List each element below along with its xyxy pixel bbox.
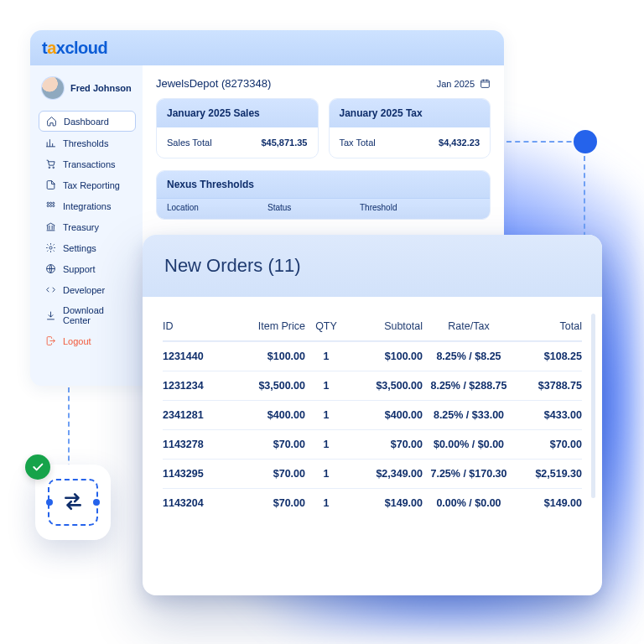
sync-frame xyxy=(48,479,98,526)
cell-rate: 8.25% / $288.75 xyxy=(423,380,515,392)
sidebar-item-thresholds[interactable]: Thresholds xyxy=(39,133,136,153)
download-icon xyxy=(45,310,56,321)
table-row[interactable]: 1231234$3,500.001$3,500.008.25% / $288.7… xyxy=(163,371,582,400)
card-title: January 2025 Tax xyxy=(330,99,491,127)
cell-sub: $3,500.00 xyxy=(347,380,423,392)
cart-icon xyxy=(45,158,56,169)
user-profile[interactable]: Fred Johnson xyxy=(42,77,136,99)
nexus-title: Nexus Thresholds xyxy=(157,171,490,198)
cell-id: 1231234 xyxy=(163,380,230,392)
svg-point-0 xyxy=(49,167,50,169)
svg-point-8 xyxy=(49,247,52,249)
cell-price: $70.00 xyxy=(230,439,305,450)
orders-title: New Orders (11) xyxy=(143,235,602,297)
col-threshold: Threshold xyxy=(360,203,480,212)
cell-sub: $149.00 xyxy=(347,497,423,509)
cell-qty: 1 xyxy=(305,468,347,480)
sidebar-item-settings[interactable]: Settings xyxy=(39,238,136,257)
col-price: Item Price xyxy=(230,320,305,332)
cell-rate: 0.00% / $0.00 xyxy=(423,497,515,509)
sidebar: Fred Johnson DashboardThresholdsTransact… xyxy=(30,65,143,386)
col-id: ID xyxy=(163,320,230,332)
logout-icon xyxy=(45,335,56,346)
globe-icon xyxy=(45,263,56,274)
sidebar-item-label: Logout xyxy=(63,336,91,346)
sidebar-item-treasury[interactable]: Treasury xyxy=(39,217,136,236)
brand-logo: taxcloud xyxy=(42,39,107,58)
sidebar-item-label: Developer xyxy=(63,285,105,295)
table-row[interactable]: 2341281$400.001$400.008.25% / $33.00$433… xyxy=(163,400,582,429)
cell-id: 2341281 xyxy=(163,409,230,421)
calendar-icon xyxy=(480,78,491,89)
chart-icon xyxy=(45,138,56,148)
gear-icon xyxy=(45,242,56,253)
sidebar-item-download-center[interactable]: Download Center xyxy=(39,301,136,330)
check-icon xyxy=(31,460,44,474)
svg-rect-10 xyxy=(481,80,490,88)
table-row[interactable]: 1143204$70.001$149.000.00% / $0.00$149.0… xyxy=(163,488,582,517)
sales-card: January 2025 Sales Sales Total $45,871.3… xyxy=(156,98,319,158)
cell-id: 1143295 xyxy=(163,468,230,480)
merchant-title: JewelsDepot (8273348) xyxy=(156,77,271,90)
sidebar-item-developer[interactable]: Developer xyxy=(39,280,136,299)
dot xyxy=(46,499,53,506)
table-row[interactable]: 1231440$100.001$100.008.25% / $8.25$108.… xyxy=(163,341,582,371)
table-row[interactable]: 1143278$70.001$70.00$0.00% / $0.00$70.00 xyxy=(163,429,582,459)
cell-sub: $400.00 xyxy=(347,409,423,421)
col-location: Location xyxy=(167,203,267,212)
sidebar-item-support[interactable]: Support xyxy=(39,259,136,278)
avatar xyxy=(42,77,64,99)
cell-sub: $2,349.00 xyxy=(347,468,423,480)
scrollbar[interactable] xyxy=(591,314,595,498)
cell-qty: 1 xyxy=(305,439,347,450)
cell-price: $400.00 xyxy=(230,409,305,421)
sidebar-item-label: Integrations xyxy=(63,201,111,211)
cell-total: $2,519.30 xyxy=(515,468,582,480)
sidebar-item-transactions[interactable]: Transactions xyxy=(39,154,136,174)
cell-total: $70.00 xyxy=(515,439,582,450)
sidebar-item-label: Support xyxy=(63,264,96,274)
period-picker[interactable]: Jan 2025 xyxy=(437,78,491,89)
cell-price: $70.00 xyxy=(230,468,305,480)
sync-badge xyxy=(35,465,111,540)
col-sub: Subtotal xyxy=(347,320,423,332)
tax-card: January 2025 Tax Tax Total $4,432.23 xyxy=(329,98,491,158)
svg-point-7 xyxy=(53,205,55,206)
card-title: January 2025 Sales xyxy=(157,99,318,127)
sidebar-item-label: Tax Reporting xyxy=(63,180,120,190)
cell-qty: 1 xyxy=(305,351,347,362)
table-row[interactable]: 1143295$70.001$2,349.007.25% / $170.30$2… xyxy=(163,459,582,488)
orders-header-row: ID Item Price QTY Subtotal Rate/Tax Tota… xyxy=(163,312,582,341)
orders-panel: New Orders (11) ID Item Price QTY Subtot… xyxy=(143,235,602,595)
card-label: Sales Total xyxy=(167,138,212,148)
svg-point-5 xyxy=(47,205,49,206)
cell-total: $108.25 xyxy=(515,351,582,362)
dashboard-header: taxcloud xyxy=(30,30,504,65)
col-status: Status xyxy=(267,203,360,212)
svg-point-1 xyxy=(53,167,55,169)
cell-rate: 8.25% / $8.25 xyxy=(423,351,515,362)
cell-sub: $100.00 xyxy=(347,351,423,362)
sidebar-item-label: Settings xyxy=(63,243,96,253)
sidebar-item-logout[interactable]: Logout xyxy=(39,331,136,351)
sidebar-item-tax-reporting[interactable]: Tax Reporting xyxy=(39,175,136,195)
dot xyxy=(93,499,100,506)
col-rate: Rate/Tax xyxy=(423,320,515,332)
grid-icon xyxy=(45,200,56,211)
nexus-columns: Location Status Threshold xyxy=(157,198,490,219)
cell-qty: 1 xyxy=(305,409,347,421)
svg-point-4 xyxy=(53,202,55,204)
period-label: Jan 2025 xyxy=(437,79,475,89)
cell-qty: 1 xyxy=(305,380,347,392)
sidebar-item-integrations[interactable]: Integrations xyxy=(39,196,136,216)
sidebar-nav: DashboardThresholdsTransactionsTax Repor… xyxy=(39,111,136,351)
sidebar-item-label: Transactions xyxy=(63,159,116,169)
sidebar-item-dashboard[interactable]: Dashboard xyxy=(39,111,136,132)
cell-total: $433.00 xyxy=(515,409,582,421)
user-name: Fred Johnson xyxy=(70,83,132,93)
connector-dot xyxy=(574,130,597,153)
cell-total: $149.00 xyxy=(515,497,582,509)
report-icon xyxy=(45,179,56,190)
col-total: Total xyxy=(515,320,582,332)
swap-icon xyxy=(60,490,86,515)
